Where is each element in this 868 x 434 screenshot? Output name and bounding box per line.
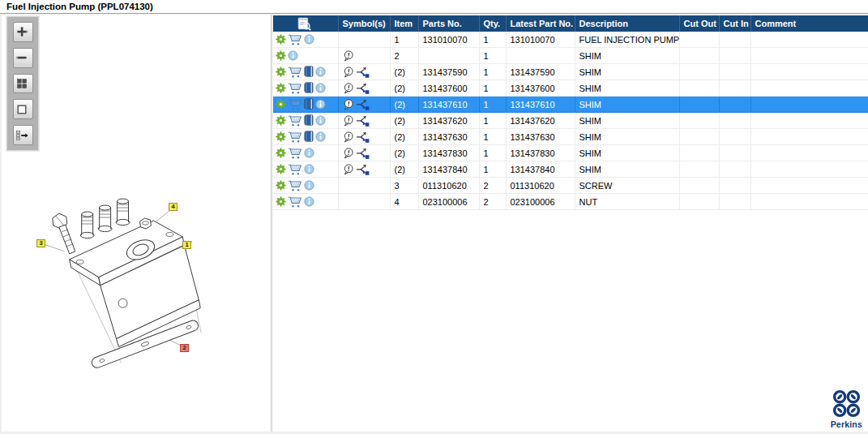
balloon-icon[interactable] [343,131,354,143]
toggle-panel-icon[interactable] [15,129,28,142]
zoom-in-icon[interactable] [15,25,28,38]
book-icon[interactable] [304,131,314,143]
table-row[interactable]: (2)1314376201131437620SHIM [273,113,868,129]
cell-cut-in [719,80,750,97]
callout-label-4[interactable]: 4 [169,203,177,211]
link-icon[interactable] [356,164,370,175]
book-icon[interactable] [304,66,314,78]
tile-view-button[interactable] [13,74,33,94]
cart-icon[interactable] [288,34,302,45]
cell-cut-out [679,32,719,48]
info-icon[interactable] [315,131,326,142]
table-row[interactable]: (2)1314376101131437610SHIM [273,97,868,113]
info-icon[interactable] [304,164,314,174]
info-icon[interactable] [315,67,326,77]
cell-item: (2) [390,113,418,129]
table-row[interactable]: (2)1314378301131437830SHIM [273,145,868,161]
link-icon[interactable] [356,131,370,143]
info-icon[interactable] [304,34,314,45]
gear-icon[interactable] [276,196,286,207]
callout-label-1[interactable]: 1 [182,241,191,249]
balloon-icon[interactable] [343,148,354,159]
table-row[interactable]: 40231000062023100006NUT [273,194,868,210]
balloon-icon[interactable] [343,83,354,94]
gear-icon[interactable] [276,131,286,142]
table-row[interactable]: (2)1314376001131437600SHIM [273,80,868,97]
gear-icon[interactable] [276,148,286,158]
cell-qty: 1 [479,32,506,48]
single-view-icon[interactable] [15,103,28,116]
info-icon[interactable] [304,148,314,158]
cart-icon[interactable] [288,180,302,191]
table-row[interactable]: (2)1314378401131437840SHIM [273,161,868,178]
cart-icon[interactable] [288,115,302,127]
cart-icon[interactable] [288,196,302,208]
table-row[interactable]: (2)1314376301131437630SHIM [273,129,868,145]
info-icon[interactable] [304,196,314,207]
row-symbols [338,178,390,194]
cell-cut-in [719,178,750,194]
cell-parts-no: 131437630 [418,129,479,145]
cell-comment [750,97,868,113]
cell-qty: 1 [479,97,506,113]
tile-view-icon[interactable] [15,77,28,90]
cell-latest-part-no [506,48,575,64]
gear-icon[interactable] [276,50,286,61]
balloon-icon[interactable] [343,50,354,62]
cart-icon[interactable] [288,67,302,78]
balloon-icon[interactable] [343,67,354,78]
pump-diagram [2,15,271,432]
cell-comment [750,48,868,64]
gear-icon[interactable] [276,83,286,93]
gear-icon[interactable] [276,164,286,174]
single-view-button[interactable] [13,99,33,119]
table-row[interactable]: (2)1314375901131437590SHIM [273,64,868,80]
zoom-in-button[interactable] [13,22,33,42]
balloon-icon[interactable] [343,99,354,110]
table-row[interactable]: 21SHIM [273,48,868,64]
cell-comment [750,178,868,194]
zoom-out-icon[interactable] [15,51,28,64]
callout-label-2[interactable]: 2 [180,344,189,352]
gear-icon[interactable] [276,67,286,77]
link-icon[interactable] [356,67,370,78]
gear-icon[interactable] [276,180,286,191]
diagram-toolbar [6,16,39,151]
cell-latest-part-no: 011310620 [506,178,575,194]
gear-icon[interactable] [276,99,286,110]
cell-item: 3 [390,178,418,194]
row-action-icons [273,97,338,113]
book-icon[interactable] [304,82,314,94]
book-icon[interactable] [304,114,314,127]
row-symbols [338,194,390,210]
info-icon[interactable] [304,180,314,191]
gear-icon[interactable] [276,34,286,45]
cell-parts-no: 011310620 [418,178,479,194]
info-icon[interactable] [315,115,326,126]
row-action-icons [273,178,338,194]
info-icon[interactable] [315,83,326,93]
balloon-icon[interactable] [343,164,354,175]
table-row[interactable]: 11310100701131010070FUEL INJECTION PUMP [273,32,868,48]
gear-icon[interactable] [276,115,286,126]
table-row[interactable]: 30113106202011310620SCREW [273,178,868,194]
zoom-out-button[interactable] [13,48,33,68]
cart-icon[interactable] [288,164,302,175]
book-icon[interactable] [304,98,314,110]
link-icon[interactable] [356,99,370,110]
link-icon[interactable] [356,148,370,159]
balloon-icon[interactable] [343,115,354,127]
cart-icon[interactable] [288,99,302,110]
cell-cut-in [719,161,750,178]
link-icon[interactable] [356,83,370,94]
callout-label-3[interactable]: 3 [36,239,45,247]
link-icon[interactable] [356,115,370,127]
cart-icon[interactable] [288,83,302,94]
cell-latest-part-no: 131437610 [506,97,575,113]
cart-icon[interactable] [288,148,302,159]
cell-latest-part-no: 131437620 [506,113,575,129]
cart-icon[interactable] [288,131,302,143]
info-icon[interactable] [288,50,298,61]
toggle-panel-button[interactable] [13,125,33,145]
info-icon[interactable] [315,99,326,110]
